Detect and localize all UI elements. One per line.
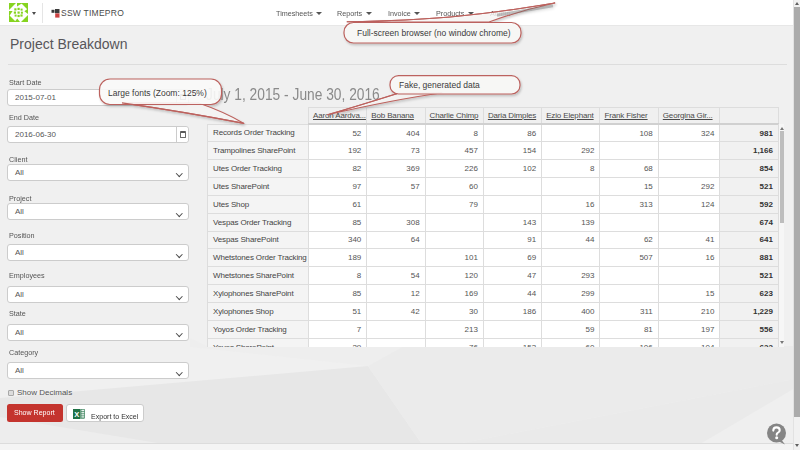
svg-text:Full-screen browser (no window: Full-screen browser (no window chrome) (357, 28, 511, 38)
svg-text:X: X (74, 409, 79, 418)
svg-text:Fake, generated data: Fake, generated data (399, 80, 480, 90)
